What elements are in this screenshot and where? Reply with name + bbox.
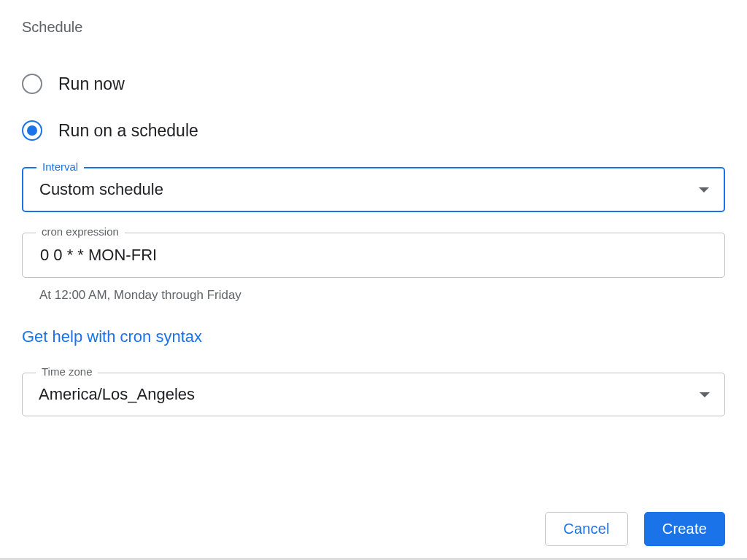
chevron-down-icon	[700, 392, 710, 397]
cron-expression-field[interactable]: cron expression	[22, 233, 725, 278]
section-title: Schedule	[22, 19, 725, 36]
chevron-down-icon	[699, 187, 709, 192]
dialog-footer: Cancel Create	[0, 499, 747, 560]
interval-select[interactable]: Interval Custom schedule	[22, 167, 725, 212]
cancel-button[interactable]: Cancel	[545, 512, 627, 546]
radio-run-now[interactable]: Run now	[22, 74, 725, 94]
create-button[interactable]: Create	[644, 512, 725, 546]
interval-value: Custom schedule	[39, 180, 163, 199]
timezone-select[interactable]: Time zone America/Los_Angeles	[22, 373, 725, 416]
schedule-panel: Schedule Run now Run on a schedule Inter…	[0, 0, 747, 560]
radio-unchecked-icon	[22, 74, 42, 94]
radio-run-schedule[interactable]: Run on a schedule	[22, 120, 725, 141]
radio-checked-icon	[22, 120, 42, 141]
timezone-value: America/Los_Angeles	[39, 385, 195, 404]
timezone-legend: Time zone	[36, 366, 98, 377]
radio-run-now-label: Run now	[58, 74, 125, 94]
cron-expression-input[interactable]	[39, 245, 710, 265]
radio-run-schedule-label: Run on a schedule	[58, 121, 198, 141]
cron-help-text: At 12:00 AM, Monday through Friday	[39, 288, 725, 303]
interval-legend: Interval	[36, 161, 84, 172]
cron-syntax-help-link[interactable]: Get help with cron syntax	[22, 327, 202, 346]
cron-legend: cron expression	[36, 226, 125, 237]
radio-inner-dot	[27, 125, 37, 136]
